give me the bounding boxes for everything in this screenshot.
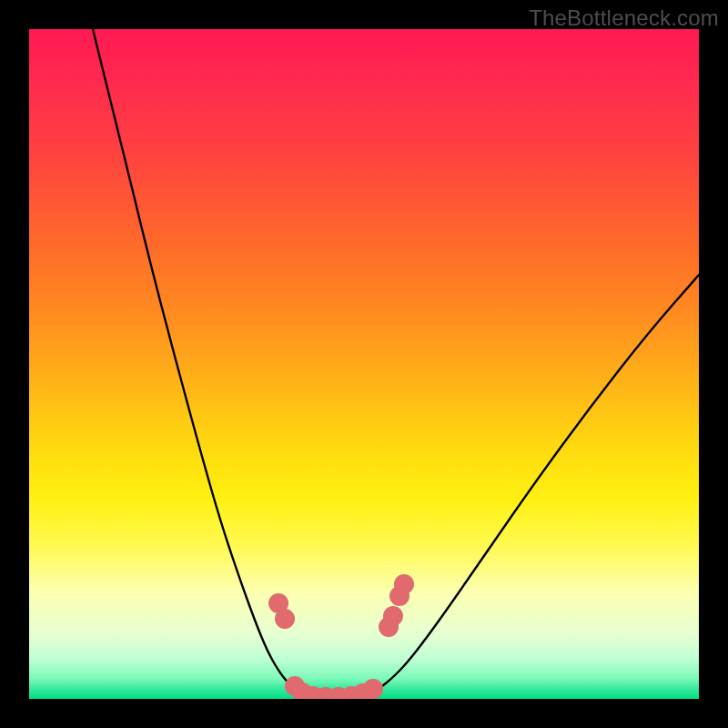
curve-markers [268,574,414,699]
curve-marker [275,609,295,629]
curve-marker [363,679,383,699]
watermark-text: TheBottleneck.com [529,5,719,31]
curve-marker [383,606,403,626]
curve-marker [394,574,414,594]
plot-area [29,29,699,699]
bottleneck-curve-svg [29,29,699,699]
chart-frame: TheBottleneck.com [0,0,728,728]
